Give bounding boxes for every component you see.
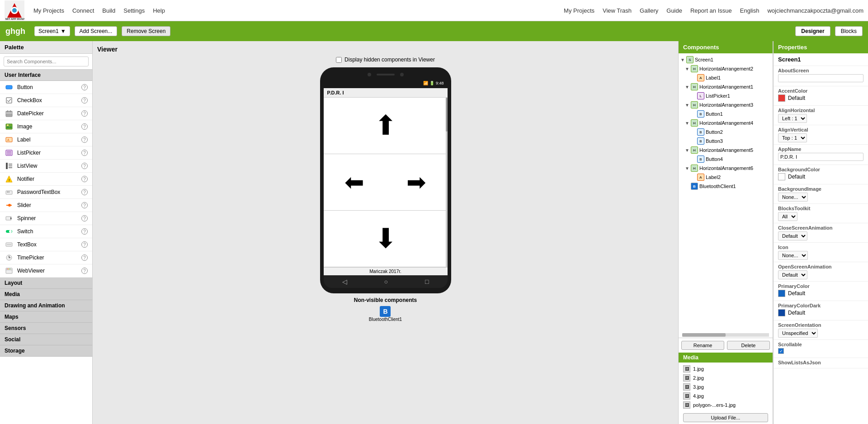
palette-item-datepicker[interactable]: DatePicker ? [0,107,92,120]
background-image-select[interactable]: None... [778,193,808,202]
button-help-icon[interactable]: ? [81,84,88,90]
media-item-2[interactable]: 🖼 2.jpg [683,373,768,382]
nav-guide[interactable]: Guide [666,7,682,14]
label-help-icon[interactable]: ? [81,137,88,143]
primary-color-dark-swatch[interactable] [778,309,785,316]
timepicker-help-icon[interactable]: ? [81,254,88,261]
nav-my-projects[interactable]: My Projects [33,7,64,14]
primary-color-swatch[interactable] [778,290,785,297]
prop-close-screen-animation: CloseScreenAnimation Default [774,223,868,243]
tree-label2[interactable]: A Label2 [679,173,773,182]
screen-dropdown[interactable]: Screen1 ▼ [34,26,70,36]
nav-user-email[interactable]: wojciechmanczakpoczta@gmail.com [767,7,863,14]
sensors-category[interactable]: Sensors [0,323,92,334]
screen-orientation-select[interactable]: Unspecified [778,329,818,338]
tree-btn1[interactable]: B Button1 [679,109,773,118]
tree-ha6[interactable]: ▼ H HorizontalArrangement6 [679,164,773,173]
nav-build[interactable]: Build [102,7,115,14]
app-name-input[interactable] [778,153,863,161]
listview-help-icon[interactable]: ? [81,163,88,169]
textbox-help-icon[interactable]: ? [81,241,88,248]
social-category[interactable]: Social [0,334,92,345]
align-horizontal-select[interactable]: Left : 1 [778,114,807,123]
maps-category[interactable]: Maps [0,311,92,323]
accent-color-swatch[interactable] [778,94,785,102]
tree-ha5[interactable]: ▼ H HorizontalArrangement5 [679,146,773,155]
tree-label1[interactable]: A Label1 [679,73,773,82]
tree-btn3[interactable]: B Button3 [679,137,773,146]
palette-item-switch[interactable]: Switch ? [0,225,92,238]
nav-language[interactable]: English [740,7,760,14]
slider-help-icon[interactable]: ? [81,202,88,208]
scrollable-checkbox[interactable] [778,348,784,354]
tree-ha2[interactable]: ▼ H HorizontalArrangement2 [679,64,773,73]
palette-item-spinner[interactable]: Spinner ? [0,212,92,225]
tree-ha1[interactable]: ▼ H HorizontalArrangement1 [679,82,773,91]
search-input[interactable] [4,57,89,66]
add-screen-button[interactable]: Add Screen... [75,26,118,36]
remove-screen-button[interactable]: Remove Screen [122,26,170,36]
notifier-help-icon[interactable]: ? [81,176,88,182]
palette-item-textbox[interactable]: TextBox ? [0,238,92,251]
tree-ha4[interactable]: ▼ H HorizontalArrangement4 [679,118,773,127]
nav-connect[interactable]: Connect [72,7,94,14]
palette-item-image[interactable]: Image ? [0,120,92,133]
align-vertical-select[interactable]: Top : 1 [778,133,807,142]
media-item-1[interactable]: 🖼 1.jpg [683,364,768,373]
open-screen-animation-select[interactable]: Default [778,270,807,279]
image-help-icon[interactable]: ? [81,123,88,130]
delete-button[interactable]: Delete [727,341,770,350]
rename-button[interactable]: Rename [681,341,724,350]
prop-background-color-label: BackgroundColor [778,167,863,172]
nav-gallery[interactable]: Gallery [640,7,658,14]
drawing-animation-category[interactable]: Drawing and Animation [0,300,92,311]
palette-item-button[interactable]: Button ? [0,81,92,94]
blocks-toolkit-select[interactable]: All [778,212,797,221]
media-item-4[interactable]: 🖼 4.jpg [683,391,768,400]
media-category[interactable]: Media [0,289,92,300]
passwordtextbox-help-icon[interactable]: ? [81,189,88,195]
spinner-help-icon[interactable]: ? [81,215,88,221]
tree-btn2[interactable]: B Button2 [679,127,773,137]
media-item-5[interactable]: 🖼 polygon-...ers-1.jpg [683,400,768,410]
close-screen-animation-select[interactable]: Default [778,231,807,240]
tree-lp1[interactable]: L ListPicker1 [679,91,773,100]
palette-item-listpicker[interactable]: ListPicker ? [0,146,92,160]
background-color-swatch[interactable] [778,173,785,180]
palette-item-checkbox[interactable]: CheckBox ? [0,94,92,107]
nav-view-trash[interactable]: View Trash [603,7,632,14]
palette-item-timepicker[interactable]: TimePicker ? [0,251,92,264]
nav-help[interactable]: Help [153,7,165,14]
switch-help-icon[interactable]: ? [81,228,88,235]
nav-settings[interactable]: Settings [123,7,145,14]
tree-btc1[interactable]: B BluetoothClient1 [679,182,773,191]
tree-btn4[interactable]: B Button4 [679,155,773,164]
palette-item-webviewer[interactable]: WebViewer ? [0,264,92,278]
user-interface-category[interactable]: User Interface [0,70,92,81]
label2-label: Label2 [706,174,721,180]
webviewer-help-icon[interactable]: ? [81,268,88,274]
layout-category[interactable]: Layout [0,278,92,289]
listpicker-help-icon[interactable]: ? [81,150,88,156]
about-screen-input[interactable] [778,74,863,82]
nav-my-projects-right[interactable]: My Projects [564,7,594,14]
blocks-button[interactable]: Blocks [835,26,863,36]
palette-item-listview[interactable]: ListView ? [0,160,92,173]
tree-ha3[interactable]: ▼ H HorizontalArrangement3 [679,100,773,109]
hidden-components-checkbox[interactable] [336,57,342,63]
palette-item-passwordtextbox[interactable]: •• PasswordTextBox ? [0,186,92,199]
ha4-label: HorizontalArrangement4 [699,120,753,126]
storage-category[interactable]: Storage [0,345,92,357]
checkbox-help-icon[interactable]: ? [81,97,88,104]
icon-select[interactable]: None... [778,251,808,260]
palette-item-notifier[interactable]: ! Notifier ? [0,173,92,186]
tree-screen1[interactable]: ▼ S Screen1 [679,55,773,64]
upload-file-button[interactable]: Upload File... [683,413,768,422]
palette-item-slider[interactable]: Slider ? [0,199,92,212]
datepicker-help-icon[interactable]: ? [81,110,88,117]
nav-report-issue[interactable]: Report an Issue [690,7,732,14]
designer-button[interactable]: Designer [795,26,830,36]
media-item-3[interactable]: 🖼 3.jpg [683,382,768,391]
palette-item-label[interactable]: A Label ? [0,133,92,146]
btn2-label: Button2 [706,129,723,135]
